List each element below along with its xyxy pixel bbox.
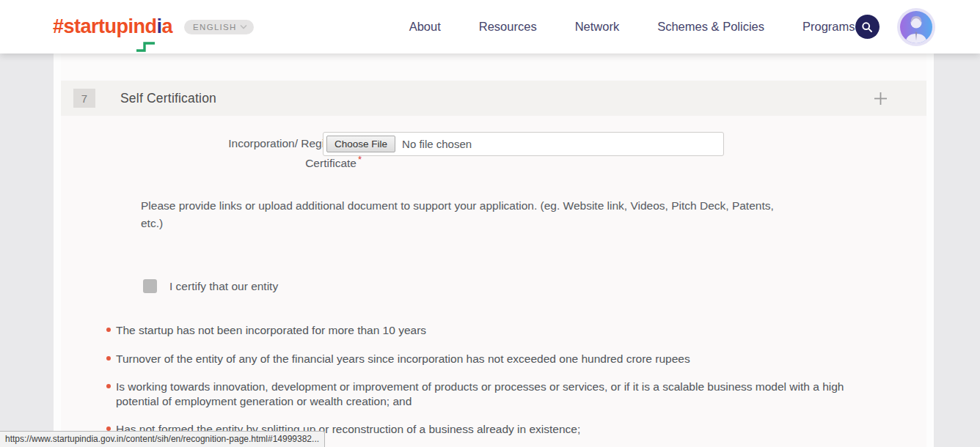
condition-text: Is working towards innovation, developme… xyxy=(116,380,844,407)
nav-item-resources[interactable]: Resources xyxy=(479,20,537,34)
plus-icon xyxy=(874,92,888,106)
condition-item: The startup has not been incorporated fo… xyxy=(106,323,869,338)
nav-item-programs[interactable]: Programs xyxy=(802,20,855,34)
nav-item-about[interactable]: About xyxy=(409,20,441,34)
page-background: 7 Self Certification Incorporation/ Regi… xyxy=(0,53,980,447)
search-icon xyxy=(861,21,873,33)
startupindia-logo[interactable]: #startupindia xyxy=(53,17,172,37)
supporting-documents-helper-text: Please provide links or upload additiona… xyxy=(141,197,786,232)
certify-row: I certify that our entity xyxy=(143,279,278,293)
browser-status-bar: https://www.startupindia.gov.in/content/… xyxy=(0,431,325,447)
section-number-badge: 7 xyxy=(73,89,95,108)
certification-conditions-list: The startup has not been incorporated fo… xyxy=(106,323,895,447)
logo-accent-letter: i xyxy=(157,15,162,37)
search-button[interactable] xyxy=(855,15,880,39)
choose-file-button[interactable]: Choose File xyxy=(326,136,395,152)
nav-item-schemes-policies[interactable]: Schemes & Policies xyxy=(657,20,764,34)
header-actions xyxy=(855,8,935,46)
logo-step-icon xyxy=(135,41,157,53)
condition-item: Turnover of the entity of any of the fin… xyxy=(106,352,869,366)
certificate-label-line2: Certificate xyxy=(305,157,356,169)
recognition-form-card: 7 Self Certification Incorporation/ Regi… xyxy=(61,53,926,447)
section-title: Self Certification xyxy=(120,91,216,106)
chevron-down-icon xyxy=(240,24,247,29)
bullet-icon xyxy=(106,384,111,388)
file-chosen-status: No file chosen xyxy=(402,138,472,150)
certify-checkbox[interactable] xyxy=(143,279,157,293)
logo-suffix: a xyxy=(162,15,173,37)
logo-prefix: #startupind xyxy=(53,15,157,37)
top-navbar: #startupindia ENGLISH About Resources Ne… xyxy=(0,0,980,53)
user-avatar-icon xyxy=(899,10,933,44)
bullet-icon xyxy=(106,328,111,332)
main-navigation: About Resources Network Schemes & Polici… xyxy=(409,20,855,34)
user-avatar[interactable] xyxy=(897,8,935,46)
content-card-outer: 7 Self Certification Incorporation/ Regi… xyxy=(54,53,934,447)
section-header-self-certification[interactable]: 7 Self Certification xyxy=(61,81,926,116)
condition-item: Is working towards innovation, developme… xyxy=(106,380,869,408)
condition-text: The startup has not been incorporated fo… xyxy=(116,324,426,336)
language-label: ENGLISH xyxy=(193,23,237,32)
language-selector[interactable]: ENGLISH xyxy=(184,20,254,34)
bullet-icon xyxy=(106,356,111,361)
certificate-file-input[interactable]: Choose File No file chosen xyxy=(323,132,724,156)
certify-checkbox-label: I certify that our entity xyxy=(169,280,278,293)
logo-text: #startupindia xyxy=(53,17,172,37)
card-top-band xyxy=(61,53,926,81)
condition-text: Turnover of the entity of any of the fin… xyxy=(116,352,690,365)
nav-item-network[interactable]: Network xyxy=(575,20,620,34)
expand-section-button[interactable] xyxy=(874,92,888,106)
